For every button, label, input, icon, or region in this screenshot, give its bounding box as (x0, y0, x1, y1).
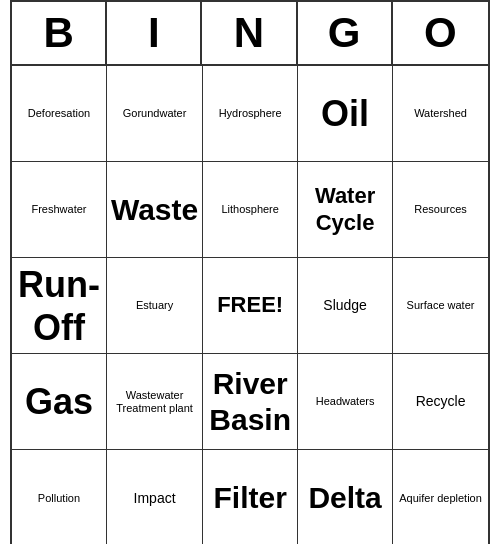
cell-text-16: Wastewater Treatment plant (111, 389, 198, 415)
bingo-cell-20: Pollution (12, 450, 107, 544)
bingo-cell-0: Deforesation (12, 66, 107, 162)
bingo-cell-17: River Basin (203, 354, 298, 450)
bingo-cell-4: Watershed (393, 66, 488, 162)
cell-text-20: Pollution (38, 492, 80, 505)
cell-text-13: Sludge (323, 297, 367, 314)
bingo-cell-7: Lithosphere (203, 162, 298, 258)
cell-text-4: Watershed (414, 107, 467, 120)
bingo-cell-12: FREE! (203, 258, 298, 354)
bingo-letter-o: O (393, 2, 488, 64)
cell-text-5: Freshwater (31, 203, 86, 216)
bingo-letter-n: N (202, 2, 297, 64)
bingo-cell-19: Recycle (393, 354, 488, 450)
bingo-cell-23: Delta (298, 450, 393, 544)
cell-text-17: River Basin (207, 366, 293, 438)
bingo-cell-9: Resources (393, 162, 488, 258)
bingo-cell-5: Freshwater (12, 162, 107, 258)
cell-text-7: Lithosphere (221, 203, 279, 216)
bingo-cell-6: Waste (107, 162, 203, 258)
bingo-cell-16: Wastewater Treatment plant (107, 354, 203, 450)
bingo-cell-2: Hydrosphere (203, 66, 298, 162)
cell-text-15: Gas (25, 380, 93, 423)
cell-text-22: Filter (213, 480, 286, 516)
cell-text-8: Water Cycle (302, 183, 388, 236)
bingo-cell-10: Run-Off (12, 258, 107, 354)
bingo-cell-3: Oil (298, 66, 393, 162)
cell-text-21: Impact (134, 490, 176, 507)
bingo-letter-g: G (298, 2, 393, 64)
cell-text-9: Resources (414, 203, 467, 216)
cell-text-18: Headwaters (316, 395, 375, 408)
cell-text-19: Recycle (416, 393, 466, 410)
cell-text-1: Gorundwater (123, 107, 187, 120)
bingo-cell-18: Headwaters (298, 354, 393, 450)
bingo-cell-1: Gorundwater (107, 66, 203, 162)
cell-text-11: Estuary (136, 299, 173, 312)
cell-text-10: Run-Off (16, 263, 102, 349)
bingo-grid: DeforesationGorundwaterHydrosphereOilWat… (12, 66, 488, 544)
bingo-cell-13: Sludge (298, 258, 393, 354)
cell-text-12: FREE! (217, 292, 283, 318)
bingo-cell-24: Aquifer depletion (393, 450, 488, 544)
bingo-cell-21: Impact (107, 450, 203, 544)
cell-text-6: Waste (111, 192, 198, 228)
cell-text-24: Aquifer depletion (399, 492, 482, 505)
bingo-cell-11: Estuary (107, 258, 203, 354)
bingo-letter-b: B (12, 2, 107, 64)
bingo-header: BINGO (12, 2, 488, 66)
cell-text-3: Oil (321, 92, 369, 135)
bingo-cell-8: Water Cycle (298, 162, 393, 258)
cell-text-14: Surface water (407, 299, 475, 312)
bingo-cell-15: Gas (12, 354, 107, 450)
bingo-letter-i: I (107, 2, 202, 64)
bingo-card: BINGO DeforesationGorundwaterHydrosphere… (10, 0, 490, 544)
cell-text-23: Delta (308, 480, 381, 516)
cell-text-0: Deforesation (28, 107, 90, 120)
bingo-cell-22: Filter (203, 450, 298, 544)
cell-text-2: Hydrosphere (219, 107, 282, 120)
bingo-cell-14: Surface water (393, 258, 488, 354)
